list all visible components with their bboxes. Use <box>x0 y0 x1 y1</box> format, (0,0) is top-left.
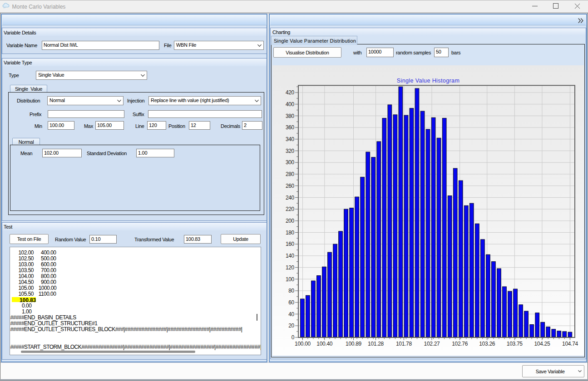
svg-text:0: 0 <box>292 334 295 341</box>
svg-text:200: 200 <box>286 218 295 224</box>
svg-text:320: 320 <box>286 148 295 154</box>
svg-text:101.78: 101.78 <box>396 341 412 347</box>
svg-text:260: 260 <box>286 183 295 189</box>
svg-text:102.76: 102.76 <box>452 341 468 347</box>
svg-text:300: 300 <box>286 159 295 166</box>
svg-text:103.26: 103.26 <box>479 341 495 347</box>
svg-text:60: 60 <box>288 299 294 306</box>
svg-text:20: 20 <box>288 322 294 329</box>
svg-text:240: 240 <box>286 195 295 201</box>
svg-text:103.75: 103.75 <box>507 341 523 347</box>
svg-text:100.40: 100.40 <box>316 341 333 347</box>
svg-text:340: 340 <box>286 136 295 142</box>
svg-text:102.27: 102.27 <box>424 341 440 347</box>
svg-text:100.89: 100.89 <box>346 341 362 347</box>
svg-text:100.00: 100.00 <box>295 341 311 347</box>
svg-text:160: 160 <box>286 241 295 247</box>
svg-text:220: 220 <box>286 206 295 212</box>
svg-text:120: 120 <box>286 264 295 271</box>
svg-text:104.25: 104.25 <box>534 341 550 347</box>
svg-text:140: 140 <box>286 253 295 259</box>
svg-text:380: 380 <box>286 113 295 119</box>
svg-text:180: 180 <box>286 230 295 236</box>
svg-text:104.74: 104.74 <box>562 341 578 347</box>
svg-text:400: 400 <box>286 101 295 107</box>
svg-text:280: 280 <box>286 171 295 177</box>
svg-text:80: 80 <box>288 288 294 294</box>
svg-text:40: 40 <box>288 311 294 318</box>
svg-text:360: 360 <box>286 124 295 131</box>
svg-text:Single Value Histogram: Single Value Histogram <box>397 78 460 84</box>
svg-text:420: 420 <box>286 89 295 96</box>
svg-text:101.28: 101.28 <box>368 341 384 347</box>
svg-text:100: 100 <box>286 276 295 283</box>
